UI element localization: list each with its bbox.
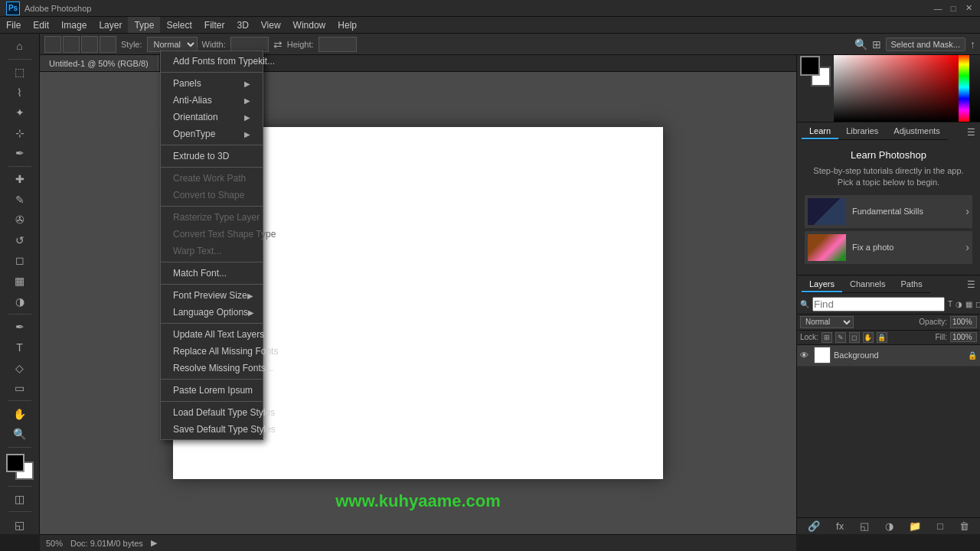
lock-pixel-btn[interactable]: ◻ xyxy=(849,332,860,343)
gradient-tool[interactable]: ▦ xyxy=(8,272,31,291)
menu-create-work-path[interactable]: Create Work Path xyxy=(161,170,263,187)
share-icon[interactable]: ↑ xyxy=(970,38,975,51)
menu-load-default-styles[interactable]: Load Default Type Styles xyxy=(161,404,263,421)
menu-type[interactable]: Type xyxy=(128,17,160,33)
color-hue-bar[interactable] xyxy=(959,53,969,122)
text-tool[interactable]: T xyxy=(8,338,31,357)
menu-paste-lorem[interactable]: Paste Lorem Ipsum xyxy=(161,382,263,399)
fg-color-swatch[interactable] xyxy=(800,56,820,76)
blend-mode-select[interactable]: Normal xyxy=(800,316,854,328)
new-layer-btn[interactable]: □ xyxy=(937,520,943,532)
link-layers-btn[interactable]: 🔗 xyxy=(808,520,820,532)
quick-select-tool[interactable]: ✦ xyxy=(8,103,31,122)
ellipse-select-btn[interactable] xyxy=(63,36,80,53)
delete-layer-btn[interactable]: 🗑 xyxy=(959,520,969,532)
lasso-tool[interactable]: ⌇ xyxy=(8,83,31,102)
shape-tool[interactable]: ▭ xyxy=(8,379,31,398)
lock-move-btn[interactable]: ✋ xyxy=(863,332,874,343)
color-alpha-bar[interactable] xyxy=(969,53,980,122)
layers-panel-menu[interactable]: ☰ xyxy=(967,279,975,290)
layer-visibility-eye[interactable]: 👁 xyxy=(800,350,811,360)
menu-opentype[interactable]: OpenType ▶ xyxy=(161,126,263,142)
menu-save-default-styles[interactable]: Save Default Type Styles xyxy=(161,421,263,438)
menu-3d[interactable]: 3D xyxy=(230,17,254,33)
menu-window[interactable]: Window xyxy=(287,17,332,33)
learn-card-fundamental[interactable]: Fundamental Skills › xyxy=(805,195,972,228)
minimize-button[interactable]: — xyxy=(933,3,943,14)
group-layers-btn[interactable]: 📁 xyxy=(909,520,921,532)
filter-adj-btn[interactable]: ◑ xyxy=(956,298,962,310)
menu-edit[interactable]: Edit xyxy=(27,17,55,33)
rect-select-btn[interactable] xyxy=(44,36,61,53)
menu-language-options[interactable]: Language Options ▶ xyxy=(161,304,263,321)
color-gradient[interactable] xyxy=(834,53,959,122)
select-mask-button[interactable]: Select and Mask... xyxy=(886,37,966,51)
tab-adjustments[interactable]: Adjustments xyxy=(886,124,948,139)
menu-add-fonts[interactable]: Add Fonts from Typekit... xyxy=(161,53,263,70)
foreground-bg-colors[interactable] xyxy=(800,56,831,86)
style-select[interactable]: Normal xyxy=(147,37,198,52)
lock-draw-btn[interactable]: ✎ xyxy=(835,332,846,343)
add-mask-btn[interactable]: ◱ xyxy=(860,520,869,532)
healing-tool[interactable]: ✚ xyxy=(8,170,31,189)
menu-panels[interactable]: Panels ▶ xyxy=(161,75,263,92)
color-swatches[interactable] xyxy=(6,454,34,480)
menu-filter[interactable]: Filter xyxy=(198,17,231,33)
menu-convert-text-shape[interactable]: Convert Text Shape Type xyxy=(161,226,263,243)
menu-help[interactable]: Help xyxy=(332,17,363,33)
menu-anti-alias[interactable]: Anti-Alias ▶ xyxy=(161,92,263,109)
clone-tool[interactable]: ✇ xyxy=(8,210,31,230)
tab-learn[interactable]: Learn xyxy=(802,124,838,139)
learn-card-fix-photo[interactable]: Fix a photo › xyxy=(805,231,972,264)
layer-row-background[interactable]: 👁 Background 🔒 xyxy=(797,345,980,367)
menu-extrude-3d[interactable]: Extrude to 3D xyxy=(161,148,263,165)
menu-orientation[interactable]: Orientation ▶ xyxy=(161,109,263,126)
dodge-tool[interactable]: ◑ xyxy=(8,292,31,311)
height-input[interactable] xyxy=(318,37,357,52)
screen-mode-tool[interactable]: ◱ xyxy=(8,515,31,534)
marquee-tool[interactable]: ⬚ xyxy=(8,63,31,82)
close-button[interactable]: ✕ xyxy=(963,3,974,14)
pen-tool[interactable]: ✒ xyxy=(8,318,31,337)
swap-icon[interactable]: ⇄ xyxy=(273,38,283,51)
quick-mask-tool[interactable]: ◫ xyxy=(8,490,31,509)
layer-styles-btn[interactable]: fx xyxy=(836,520,844,532)
filter-pixel-btn[interactable]: ▦ xyxy=(965,298,972,310)
search-icon[interactable]: 🔍 xyxy=(854,38,867,51)
tab-libraries[interactable]: Libraries xyxy=(838,124,886,139)
tab-channels[interactable]: Channels xyxy=(842,277,893,292)
width-input[interactable] xyxy=(230,37,269,52)
tab-layers[interactable]: Layers xyxy=(802,277,842,292)
path-tool[interactable]: ◇ xyxy=(8,358,31,377)
learn-panel-menu[interactable]: ☰ xyxy=(967,127,975,138)
menu-file[interactable]: File xyxy=(0,17,27,33)
menu-rasterize-type[interactable]: Rasterize Type Layer xyxy=(161,209,263,226)
menu-match-font[interactable]: Match Font... xyxy=(161,265,263,282)
home-tool[interactable]: ⌂ xyxy=(8,37,31,56)
filter-shape-btn[interactable]: ◻ xyxy=(975,298,980,310)
crop-tool[interactable]: ⊹ xyxy=(8,123,31,142)
tab-paths[interactable]: Paths xyxy=(893,277,930,292)
menu-convert-to-shape[interactable]: Convert to Shape xyxy=(161,187,263,204)
menu-select[interactable]: Select xyxy=(160,17,198,33)
lock-position-btn[interactable]: ⊞ xyxy=(822,332,832,343)
opacity-input[interactable] xyxy=(950,316,977,328)
menu-view[interactable]: View xyxy=(255,17,287,33)
brush-tool[interactable]: ✎ xyxy=(8,190,31,209)
history-tool[interactable]: ↺ xyxy=(8,231,31,250)
menu-resolve-missing-fonts[interactable]: Resolve Missing Fonts... xyxy=(161,360,263,377)
menu-replace-missing-fonts[interactable]: Replace All Missing Fonts xyxy=(161,343,263,360)
zoom-tool[interactable]: 🔍 xyxy=(8,425,31,444)
filter-type-btn[interactable]: T xyxy=(948,298,952,310)
eyedropper-tool[interactable]: ✒ xyxy=(8,144,31,163)
status-arrow[interactable]: ▶ xyxy=(151,538,157,548)
hand-tool[interactable]: ✋ xyxy=(8,404,31,423)
menu-layer[interactable]: Layer xyxy=(93,17,128,33)
eraser-tool[interactable]: ◻ xyxy=(8,251,31,270)
menu-warp-text[interactable]: Warp Text... xyxy=(161,243,263,259)
menu-update-all-text[interactable]: Update All Text Layers xyxy=(161,326,263,343)
menu-image[interactable]: Image xyxy=(55,17,93,33)
doc-tab[interactable]: Untitled-1 @ 50% (RGB/8) xyxy=(40,55,158,71)
menu-font-preview-size[interactable]: Font Preview Size ▶ xyxy=(161,287,263,304)
lasso-select-btn[interactable] xyxy=(81,36,98,53)
